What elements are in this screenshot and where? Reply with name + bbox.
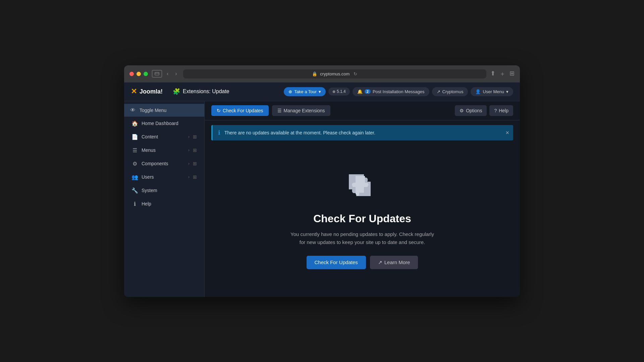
alert-message: There are no updates available at the mo… — [224, 130, 375, 135]
reload-icon[interactable]: ↻ — [354, 71, 357, 76]
notification-count: 2 — [365, 89, 371, 94]
tour-chevron-icon: ▾ — [319, 89, 321, 94]
alert-no-updates: ℹ There are no updates available at the … — [211, 125, 513, 140]
user-chevron-icon: ▾ — [506, 89, 508, 94]
menus-arrow-icon: › — [188, 148, 190, 153]
components-grid-icon: ⊞ — [193, 161, 197, 166]
help-sidebar-icon: ℹ — [131, 201, 138, 207]
menus-icon: ☰ — [131, 147, 138, 154]
sidebar-item-users[interactable]: 👥 Users › ⊞ — [126, 171, 202, 184]
version-badge: ⊗ 5.1.4 — [328, 87, 350, 96]
top-nav: ✕ Joomla! 🧩 Extensions: Update ⊕ Take a … — [124, 82, 520, 101]
page-title-area: 🧩 Extensions: Update — [173, 88, 229, 95]
joomla-wordmark: Joomla! — [140, 88, 163, 95]
sidebar-item-content[interactable]: 📄 Content › ⊞ — [126, 130, 202, 143]
sidebar-item-components[interactable]: ⚙ Components › ⊞ — [126, 157, 202, 170]
user-menu-button[interactable]: 👤 User Menu ▾ — [471, 87, 513, 96]
users-icon: 👥 — [131, 174, 138, 180]
new-tab-icon[interactable]: ＋ — [499, 70, 505, 78]
address-bar[interactable]: 🔒 cryptomus.com ↻ — [183, 69, 486, 78]
content-icon: 📄 — [131, 134, 138, 140]
browser-controls: ‹ › — [152, 70, 179, 77]
toolbar: ↻ Check For Updates ☰ Manage Extensions … — [205, 101, 520, 120]
components-arrow-icon: › — [188, 161, 190, 166]
check-for-updates-center-button[interactable]: Check For Updates — [307, 256, 366, 269]
version-logo-icon: ⊗ — [332, 89, 335, 94]
tour-icon: ⊕ — [288, 89, 292, 94]
browser-dots — [129, 72, 148, 76]
sidebar: 👁 Toggle Menu 🏠 Home Dashboard 📄 Content… — [124, 101, 205, 297]
minimize-dot[interactable] — [137, 72, 141, 76]
external-link-icon: ↗ — [437, 89, 440, 94]
maximize-dot[interactable] — [144, 72, 148, 76]
menus-grid-icon: ⊞ — [193, 147, 197, 153]
alert-close-button[interactable]: × — [505, 129, 509, 136]
browser-actions: ⬆ ＋ ⊞ — [490, 70, 515, 78]
refresh-icon: ↻ — [217, 108, 221, 113]
main-content: ↻ Check For Updates ☰ Manage Extensions … — [205, 101, 520, 297]
app-body: 👁 Toggle Menu 🏠 Home Dashboard 📄 Content… — [124, 101, 520, 297]
system-icon: 🔧 — [131, 187, 138, 194]
center-actions: Check For Updates ↗ Learn More — [307, 256, 418, 269]
check-for-updates-toolbar-button[interactable]: ↻ Check For Updates — [211, 105, 269, 116]
app-container: ✕ Joomla! 🧩 Extensions: Update ⊕ Take a … — [124, 82, 520, 297]
external-link-icon: ↗ — [378, 259, 382, 265]
users-grid-icon: ⊞ — [193, 174, 197, 180]
tabs-icon[interactable]: ⊞ — [509, 70, 515, 78]
sidebar-item-help[interactable]: ℹ Help — [126, 197, 202, 210]
users-arrow-icon: › — [188, 175, 190, 179]
notifications-button[interactable]: 🔔 2 Post Installation Messages — [353, 87, 429, 96]
center-content: Check For Updates You currently have no … — [205, 143, 520, 297]
top-nav-actions: ⊕ Take a Tour ▾ ⊗ 5.1.4 🔔 2 Post Install… — [284, 87, 513, 96]
svg-rect-0 — [155, 72, 159, 75]
options-button[interactable]: ⚙ Options — [455, 105, 487, 116]
joomla-x-icon: ✕ — [131, 87, 137, 96]
url-text: cryptomus.com — [320, 71, 350, 76]
gear-icon: ⚙ — [460, 108, 464, 113]
content-arrow-icon: › — [188, 134, 190, 139]
close-dot[interactable] — [129, 72, 134, 76]
toolbar-right: ⚙ Options ? Help — [455, 105, 513, 116]
cryptomus-button[interactable]: ↗ Cryptomus — [432, 87, 468, 96]
user-icon: 👤 — [475, 89, 481, 94]
list-icon: ☰ — [277, 108, 282, 113]
page-title: Extensions: Update — [183, 88, 229, 95]
forward-button[interactable]: › — [173, 70, 179, 77]
sidebar-item-home-dashboard[interactable]: 🏠 Home Dashboard — [126, 117, 202, 130]
content-grid-icon: ⊞ — [193, 134, 197, 139]
components-icon: ⚙ — [131, 161, 138, 167]
window-icon — [152, 70, 162, 77]
extensions-icon: 🧩 — [173, 88, 180, 95]
sidebar-item-menus[interactable]: ☰ Menus › ⊞ — [126, 144, 202, 157]
sidebar-item-toggle-menu[interactable]: 👁 Toggle Menu — [124, 104, 204, 117]
lock-icon: 🔒 — [312, 71, 317, 76]
question-icon: ? — [494, 108, 497, 113]
center-subtitle: You currently have no pending updates to… — [288, 230, 436, 246]
home-icon: 🏠 — [131, 120, 138, 127]
take-tour-button[interactable]: ⊕ Take a Tour ▾ — [284, 87, 326, 96]
browser-chrome: ‹ › 🔒 cryptomus.com ↻ ⬆ ＋ ⊞ — [124, 65, 520, 82]
joomla-logo[interactable]: ✕ Joomla! — [131, 87, 163, 96]
help-toolbar-button[interactable]: ? Help — [489, 105, 513, 116]
back-button[interactable]: ‹ — [165, 70, 170, 77]
center-title: Check For Updates — [313, 213, 411, 225]
manage-extensions-button[interactable]: ☰ Manage Extensions — [272, 105, 330, 116]
toggle-menu-icon: 👁 — [129, 107, 136, 113]
browser-window: ‹ › 🔒 cryptomus.com ↻ ⬆ ＋ ⊞ ✕ Joomla! 🧩 … — [124, 65, 520, 297]
bell-icon: 🔔 — [357, 89, 363, 94]
sidebar-item-system[interactable]: 🔧 System — [126, 184, 202, 197]
info-icon: ℹ — [218, 129, 220, 136]
learn-more-button[interactable]: ↗ Learn More — [370, 256, 418, 269]
share-icon[interactable]: ⬆ — [490, 70, 495, 78]
puzzle-icon — [345, 171, 379, 204]
